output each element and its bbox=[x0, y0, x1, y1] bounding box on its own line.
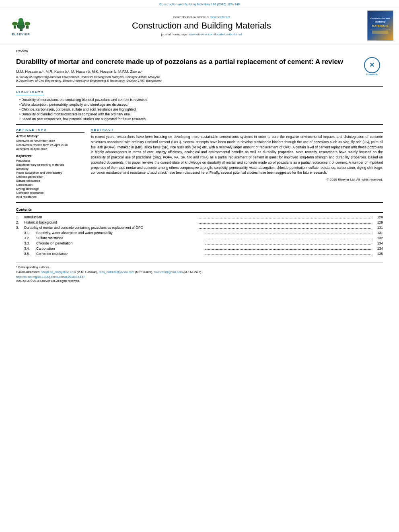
abstract-col: ABSTRACT In recent years, researchers ha… bbox=[91, 128, 383, 199]
toc-num: 2. bbox=[16, 220, 24, 224]
toc-dots bbox=[199, 223, 372, 224]
elsevier-tree-icon bbox=[10, 15, 32, 32]
journal-name-header: Construction and Building Materials bbox=[41, 21, 362, 31]
sciencedirect-prefix: Contents lists available at bbox=[173, 15, 210, 19]
toc-dots bbox=[205, 239, 372, 239]
divider-3 bbox=[16, 202, 383, 203]
contents-section: Contents 1. Introduction 129 2. Historic… bbox=[16, 207, 383, 256]
corresponding-note: * Corresponding authors. bbox=[16, 265, 383, 269]
crossmark-label: CrossMark bbox=[364, 73, 380, 76]
revised-date: Received in revised form 25 April 2016 bbox=[16, 143, 84, 147]
cover-subtitle: MATERIALS bbox=[372, 25, 388, 27]
svg-point-4 bbox=[12, 22, 18, 26]
journal-header: ELSEVIER Contents lists available at Sci… bbox=[0, 7, 399, 44]
toc-item-3-2: 3.2. Sulfate resistance 132 bbox=[16, 236, 383, 240]
toc-text: Chloride ion penetration bbox=[36, 241, 203, 245]
toc-text: Carbonation bbox=[36, 246, 203, 251]
keyword-9: Corrosion resistance bbox=[16, 191, 84, 195]
affiliation-a: a Faculty of Engineering and Built Envir… bbox=[16, 75, 383, 79]
highlights-section: HIGHLIGHTS Durability of mortar/concrete… bbox=[16, 90, 383, 121]
toc-page: 129 bbox=[373, 215, 383, 219]
keyword-4: Water absorption and permeability bbox=[16, 171, 84, 175]
toc-num: 1. bbox=[16, 215, 24, 219]
article-title-text: Durability of mortar and concrete made u… bbox=[16, 58, 343, 66]
copyright-line: © 2016 Elsevier Ltd. All rights reserved… bbox=[91, 178, 383, 181]
toc-page: 131 bbox=[373, 226, 383, 230]
email-2[interactable]: reza_civil128@yahoo.com bbox=[99, 270, 134, 274]
issn-line: 0950-0618/© 2016 Elsevier Ltd. All right… bbox=[16, 279, 383, 282]
toc-text: Corrosion resistance bbox=[36, 252, 203, 256]
received-date: Received 28 November 2015 bbox=[16, 139, 84, 143]
toc-dots bbox=[205, 255, 372, 255]
affiliation-b: b Department of Civil Engineering, Dhaka… bbox=[16, 79, 383, 82]
email-prefix: E-mail addresses: bbox=[16, 270, 41, 274]
keywords-section: Keywords: Pozzolana Supplementary cement… bbox=[16, 154, 84, 199]
keyword-10: Acid resistance bbox=[16, 195, 84, 199]
sciencedirect-link[interactable]: ScienceDirect bbox=[210, 15, 230, 19]
toc-item-3-4: 3.4. Carbonation 134 bbox=[16, 246, 383, 251]
divider-2 bbox=[16, 124, 383, 125]
homepage-url[interactable]: www.elsevier.com/locate/conbuildmat bbox=[189, 33, 242, 36]
toc-dots bbox=[205, 244, 372, 244]
toc-text: Durability of mortar and concrete contai… bbox=[24, 226, 197, 230]
email3-name: (M.F.M. Zain). bbox=[183, 270, 202, 274]
divider-1 bbox=[16, 86, 383, 87]
email-line: E-mail addresses: shojib.ce_06@yahoo.com… bbox=[16, 270, 383, 274]
elsevier-brand-text: ELSEVIER bbox=[12, 33, 30, 36]
toc-page: 135 bbox=[373, 252, 383, 256]
toc-num: 3. bbox=[16, 226, 24, 230]
toc-page: 134 bbox=[373, 241, 383, 245]
toc-num: 3.5. bbox=[24, 252, 36, 256]
toc-text: Sorptivity, water absorption and water p… bbox=[36, 231, 203, 235]
keyword-7: Carbonation bbox=[16, 183, 84, 187]
toc-num: 3.2. bbox=[24, 236, 36, 240]
cover-box: Construction and Building MATERIALS bbox=[367, 10, 393, 41]
keyword-8: Drying shrinkage bbox=[16, 187, 84, 191]
highlights-list: Durability of mortar/concrete containing… bbox=[16, 98, 383, 121]
article-body: ARTICLE INFO Article history: Received 2… bbox=[16, 128, 383, 199]
abstract-text: In recent years, researchers have been f… bbox=[91, 134, 383, 175]
toc-num: 3.3. bbox=[24, 241, 36, 245]
toc-page: 134 bbox=[373, 246, 383, 251]
svg-rect-5 bbox=[14, 26, 16, 29]
article-history: Article history: Received 28 November 20… bbox=[16, 134, 84, 151]
toc-dots bbox=[199, 228, 372, 229]
crossmark[interactable]: ✕ CrossMark bbox=[361, 58, 383, 76]
doi-line[interactable]: http://dx.doi.org/10.1016/j.conbuildmat.… bbox=[16, 275, 383, 279]
toc-item-1: 1. Introduction 129 bbox=[16, 215, 383, 220]
affiliations: a Faculty of Engineering and Built Envir… bbox=[16, 75, 383, 82]
keyword-3: Sorptivity bbox=[16, 167, 84, 170]
toc-item-3-1: 3.1. Sorptivity, water absorption and wa… bbox=[16, 231, 383, 235]
toc-text: Introduction bbox=[24, 215, 197, 219]
email1-name: (M.M. Hossain), bbox=[77, 270, 98, 274]
toc-item-3-5: 3.5. Corrosion resistance 135 bbox=[16, 252, 383, 256]
toc-num: 3.1. bbox=[24, 231, 36, 235]
highlights-title: HIGHLIGHTS bbox=[16, 90, 44, 95]
toc-page: 129 bbox=[373, 220, 383, 224]
crossmark-icon: ✕ bbox=[364, 57, 380, 73]
toc-page: 131 bbox=[373, 231, 383, 235]
toc-item-3-3: 3.3. Chloride ion penetration 134 bbox=[16, 241, 383, 246]
toc-dots bbox=[205, 249, 372, 250]
keyword-6: Sulfate resistance bbox=[16, 179, 84, 183]
cover-title: Construction and Building bbox=[369, 17, 391, 24]
toc-num: 3.4. bbox=[24, 246, 36, 251]
article-title-block: Durability of mortar and concrete made u… bbox=[16, 58, 383, 66]
toc-item-2: 2. Historical background 129 bbox=[16, 220, 383, 225]
elsevier-logo: ELSEVIER bbox=[5, 10, 37, 41]
highlight-item: Durability of mortar/concrete containing… bbox=[19, 98, 383, 102]
abstract-header: ABSTRACT bbox=[91, 128, 383, 133]
toc-dots bbox=[199, 218, 372, 218]
keywords-label: Keywords: bbox=[16, 154, 84, 158]
article-info-col: ARTICLE INFO Article history: Received 2… bbox=[16, 128, 84, 199]
highlight-item: Durability of blended mortar/concrete is… bbox=[19, 112, 383, 116]
contents-title: Contents bbox=[16, 207, 383, 213]
journal-center: Contents lists available at ScienceDirec… bbox=[41, 10, 362, 41]
email-3[interactable]: fauzizain@gmail.com bbox=[154, 270, 183, 274]
keyword-2: Supplementary cementing materials bbox=[16, 163, 84, 166]
highlight-item: Based on past researches, few potential … bbox=[19, 117, 383, 121]
svg-point-6 bbox=[25, 22, 30, 26]
highlight-item: Water absorption, permeability, sorptivi… bbox=[19, 103, 383, 107]
email-1[interactable]: shojib.ce_06@yahoo.com bbox=[41, 270, 76, 274]
svg-rect-7 bbox=[26, 26, 29, 29]
